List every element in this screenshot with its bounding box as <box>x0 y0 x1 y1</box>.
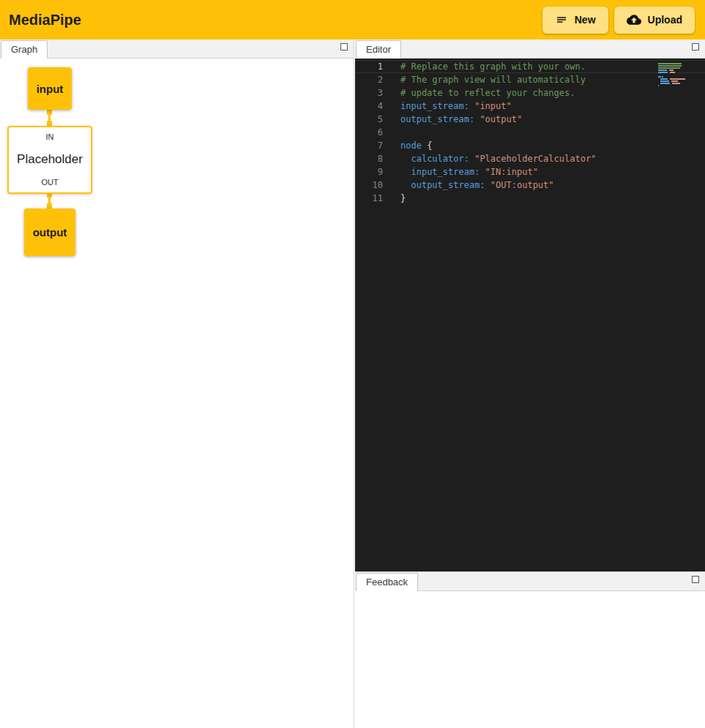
out-port-label: OUT <box>41 178 58 187</box>
minimap[interactable] <box>658 63 695 87</box>
new-button[interactable]: New <box>542 7 608 34</box>
in-port-label: IN <box>46 132 54 141</box>
list-icon <box>555 13 568 26</box>
graph-node-output-label: output <box>33 226 67 239</box>
code-line[interactable]: 11} <box>355 192 705 205</box>
minimap-line <box>658 74 695 75</box>
line-number: 8 <box>355 152 383 165</box>
feedback-body <box>355 591 705 728</box>
cloud-upload-icon <box>627 12 641 27</box>
port-dot <box>47 110 52 115</box>
minimap-line <box>658 65 695 67</box>
graph-canvas[interactable]: input IN Placeholder OUT output <box>0 59 354 728</box>
tab-feedback[interactable]: Feedback <box>356 573 418 591</box>
code-text: output_stream: "OUT:output" <box>383 179 554 192</box>
code-lines: 1# Replace this graph with your own.2# T… <box>355 60 705 205</box>
graph-node-input-label: input <box>37 83 64 95</box>
code-editor[interactable]: 1# Replace this graph with your own.2# T… <box>355 59 705 571</box>
new-button-label: New <box>575 14 596 26</box>
code-line[interactable]: 5output_stream: "output" <box>355 113 705 126</box>
port-dot <box>47 121 52 126</box>
minimap-line <box>658 67 695 69</box>
line-number: 2 <box>355 73 383 86</box>
graph-node-placeholder[interactable]: IN Placeholder OUT <box>7 126 92 194</box>
graph-panel: Graph input IN Placeholder OUT output <box>0 40 354 728</box>
graph-node-placeholder-label: Placeholder <box>17 152 83 167</box>
app-title: MediaPipe <box>7 12 81 29</box>
code-text: node { <box>383 139 432 152</box>
minimap-line <box>658 80 695 82</box>
app-header: MediaPipe New Upload <box>0 0 705 40</box>
code-line[interactable]: 1# Replace this graph with your own. <box>355 60 705 73</box>
editor-panel-strip: Editor <box>355 40 705 59</box>
line-number: 7 <box>355 139 383 152</box>
upload-button-label: Upload <box>648 14 682 26</box>
line-number: 4 <box>355 100 383 113</box>
code-text: # The graph view will automatically <box>383 73 586 86</box>
feedback-popout-icon[interactable] <box>692 576 699 583</box>
graph-node-output[interactable]: output <box>24 209 75 256</box>
code-line[interactable]: 7node { <box>355 139 705 152</box>
port-dot <box>47 203 52 209</box>
header-actions: New Upload <box>542 7 698 34</box>
code-line[interactable]: 8 calculator: "PlaceholderCalculator" <box>355 152 705 165</box>
line-number: 9 <box>355 165 383 179</box>
upload-button[interactable]: Upload <box>614 7 695 34</box>
feedback-panel: Feedback <box>355 571 705 728</box>
graph-node-input[interactable]: input <box>28 67 72 110</box>
code-line[interactable]: 2# The graph view will automatically <box>355 73 705 86</box>
line-number: 5 <box>355 113 383 126</box>
code-line[interactable]: 3# update to reflect your changes. <box>355 86 705 100</box>
minimap-line <box>658 83 695 84</box>
code-line[interactable]: 10 output_stream: "OUT:output" <box>355 179 705 192</box>
app-window: MediaPipe New Upload Graph <box>0 0 705 728</box>
tab-editor[interactable]: Editor <box>356 40 401 59</box>
code-text: input_stream: "input" <box>383 100 512 113</box>
code-text: input_stream: "IN:input" <box>383 165 538 179</box>
code-line[interactable]: 4input_stream: "input" <box>355 100 705 113</box>
minimap-line <box>658 78 695 80</box>
code-text: } <box>383 192 406 205</box>
code-line[interactable]: 9 input_stream: "IN:input" <box>355 165 705 179</box>
line-number: 10 <box>355 179 383 192</box>
minimap-line <box>658 76 695 78</box>
line-number: 3 <box>355 86 383 100</box>
graph-popout-icon[interactable] <box>340 43 348 50</box>
line-number: 1 <box>355 61 383 72</box>
line-number: 6 <box>355 126 383 139</box>
minimap-line <box>658 63 695 64</box>
code-text: # update to reflect your changes. <box>383 86 575 100</box>
code-line[interactable]: 6 <box>355 126 705 139</box>
editor-panel: Editor 1# Replace this graph with your o… <box>355 40 705 571</box>
line-number: 11 <box>355 192 383 205</box>
graph-panel-strip: Graph <box>0 40 354 59</box>
minimap-line <box>658 70 695 71</box>
minimap-line <box>658 72 695 73</box>
feedback-panel-strip: Feedback <box>355 572 705 591</box>
minimap-line <box>658 85 695 86</box>
tab-graph[interactable]: Graph <box>1 40 48 59</box>
editor-popout-icon[interactable] <box>692 43 699 50</box>
code-text <box>383 126 400 139</box>
code-text: output_stream: "output" <box>383 113 522 126</box>
code-text: calculator: "PlaceholderCalculator" <box>383 152 596 165</box>
code-text: # Replace this graph with your own. <box>383 61 586 72</box>
